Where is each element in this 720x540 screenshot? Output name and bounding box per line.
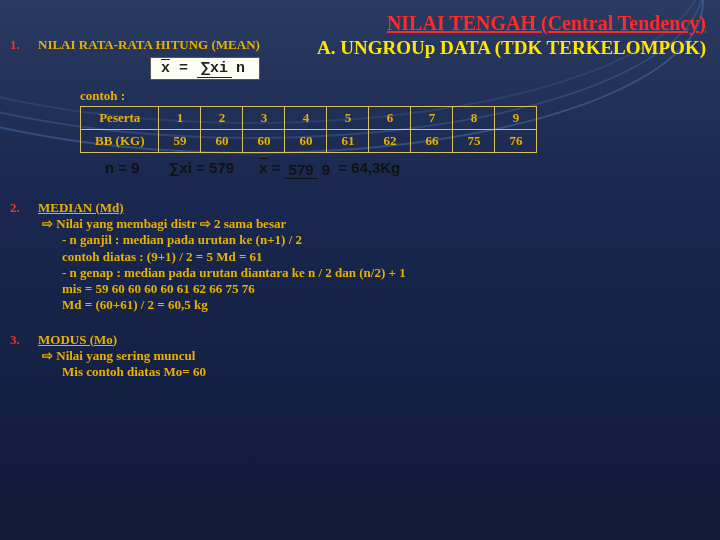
heading-median: MEDIAN (Md) (38, 200, 406, 216)
modus-body: ⇨ Nilai yang sering muncul Mis contoh di… (42, 348, 206, 381)
data-table: Peserta 1 2 3 4 5 6 7 8 9 BB (KG) 59 60 … (80, 106, 537, 153)
heading-modus: MODUS (Mo) (38, 332, 206, 348)
table-row: Peserta 1 2 3 4 5 6 7 8 9 (81, 107, 537, 130)
item-number-3: 3. (10, 332, 30, 381)
mean-calculation: n = 9 ∑xi = 579 x = 5799 = 64,3Kg (105, 159, 710, 178)
title-central-tendency: NILAI TENGAH (Central Tendency) (10, 12, 706, 35)
mean-formula: x = ∑xin (150, 57, 260, 80)
contoh-label: contoh : (80, 88, 710, 104)
item-number-2: 2. (10, 200, 30, 314)
item-number-1: 1. (10, 37, 30, 53)
table-row: BB (KG) 59 60 60 60 61 62 66 75 76 (81, 130, 537, 153)
heading-mean: NILAI RATA-RATA HITUNG (MEAN) (38, 37, 260, 53)
median-body: ⇨ Nilai yang membagi distr ⇨ 2 sama besa… (42, 216, 406, 314)
